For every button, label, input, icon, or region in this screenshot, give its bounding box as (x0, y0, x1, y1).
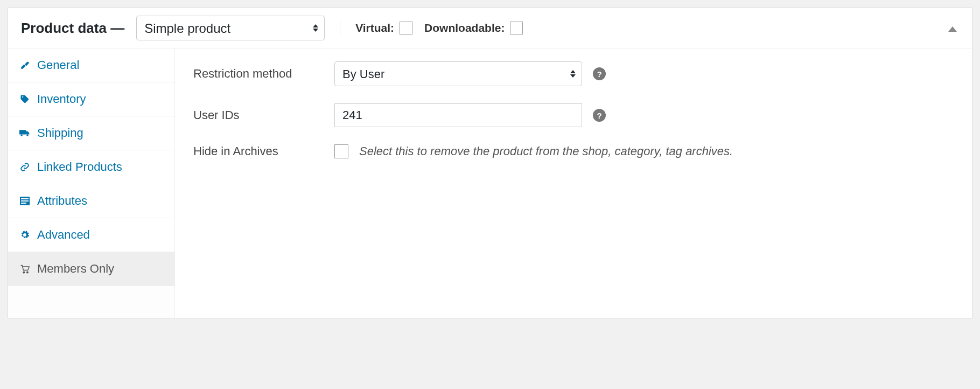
tabs: GeneralInventoryShippingLinked ProductsA… (8, 48, 175, 318)
tab-label: Members Only (37, 262, 114, 276)
panel-title: Product data — (21, 20, 124, 37)
svg-point-5 (27, 272, 29, 273)
tab-advanced[interactable]: Advanced (8, 218, 174, 252)
tab-general[interactable]: General (8, 48, 174, 82)
tab-inventory[interactable]: Inventory (8, 82, 174, 116)
tab-attributes[interactable]: Attributes (8, 184, 174, 218)
hide-in-archives-hint: Select this to remove the product from t… (359, 144, 733, 158)
list-icon (19, 197, 31, 205)
tab-label: Advanced (37, 228, 90, 242)
panel-header: Product data — Simple product Virtual: D… (8, 8, 972, 48)
tab-content-members-only: Restriction method By User ? Us (175, 48, 972, 318)
help-icon[interactable]: ? (593, 67, 606, 80)
wrench-icon (19, 60, 31, 70)
row-user-ids: User IDs ? (193, 103, 954, 127)
row-restriction-method: Restriction method By User ? (193, 61, 954, 86)
divider (340, 19, 340, 37)
label-user-ids: User IDs (193, 108, 328, 122)
user-ids-input[interactable] (334, 103, 582, 127)
downloadable-label: Downloadable: (424, 22, 505, 34)
tab-label: Attributes (37, 194, 87, 208)
virtual-label: Virtual: (355, 22, 394, 34)
label-hide-in-archives: Hide in Archives (193, 144, 328, 158)
virtual-checkbox[interactable] (400, 22, 412, 34)
product-type-select[interactable]: Simple product (136, 16, 325, 40)
svg-point-4 (23, 272, 25, 273)
tab-label: Shipping (37, 126, 83, 140)
svg-rect-1 (21, 198, 29, 199)
tab-label: Inventory (37, 92, 86, 106)
truck-icon (19, 129, 31, 137)
product-data-panel: Product data — Simple product Virtual: D… (8, 8, 972, 318)
collapse-toggle[interactable] (948, 21, 959, 35)
svg-rect-2 (21, 200, 29, 202)
tab-shipping[interactable]: Shipping (8, 116, 174, 150)
svg-rect-3 (21, 203, 26, 204)
link-icon (19, 162, 31, 172)
label-restriction-method: Restriction method (193, 67, 328, 81)
tab-label: Linked Products (37, 160, 122, 174)
downloadable-group: Downloadable: (424, 22, 523, 34)
cart-icon (19, 264, 31, 274)
product-type-select-wrap: Simple product (136, 16, 325, 40)
panel-body: GeneralInventoryShippingLinked ProductsA… (8, 48, 972, 318)
row-hide-in-archives: Hide in Archives Select this to remove t… (193, 144, 954, 158)
hide-in-archives-checkbox[interactable] (334, 144, 348, 158)
restriction-method-select[interactable]: By User (334, 61, 582, 86)
tab-linked[interactable]: Linked Products (8, 150, 174, 184)
tab-label: General (37, 58, 79, 72)
downloadable-checkbox[interactable] (510, 22, 523, 34)
tab-members[interactable]: Members Only (8, 252, 174, 286)
virtual-group: Virtual: (355, 22, 412, 34)
help-icon[interactable]: ? (593, 109, 606, 122)
restriction-method-select-wrap: By User (334, 61, 582, 86)
tag-icon (19, 94, 31, 104)
gear-icon (19, 230, 31, 240)
